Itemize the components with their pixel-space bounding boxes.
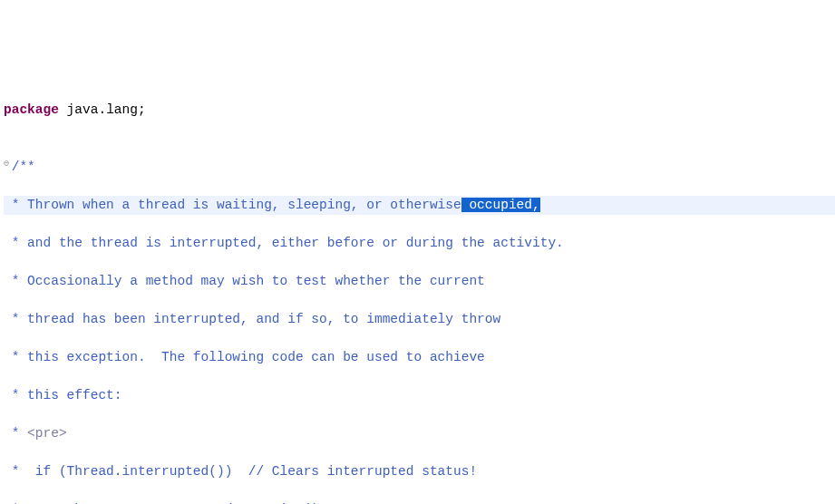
javadoc-text: * Thrown when a thread is waiting, sleep… <box>4 198 461 212</box>
keyword-package: package <box>4 102 59 117</box>
code-line: * if (Thread.interrupted()) // Clears in… <box>4 462 835 481</box>
code-line: package java.lang; <box>4 101 835 120</box>
code-line-highlighted: * Thrown when a thread is waiting, sleep… <box>4 196 835 215</box>
code-editor[interactable]: package java.lang; ⊖ /** * Thrown when a… <box>0 76 835 504</box>
code-line: * this exception. The following code can… <box>4 348 835 367</box>
javadoc-open: /** <box>12 160 35 174</box>
package-name: java.lang; <box>59 102 146 117</box>
code-line: * Occasionally a method may wish to test… <box>4 272 835 291</box>
code-line: * this effect: <box>4 386 835 405</box>
code-line: * throw new InterruptedException(); <box>4 500 835 504</box>
javadoc-text: * if (Thread.interrupted()) // Clears in… <box>4 464 477 479</box>
code-line: * <pre> <box>4 424 835 443</box>
javadoc-text: * and the thread is interrupted, either … <box>4 236 564 250</box>
javadoc-text: * this exception. The following code can… <box>4 350 485 364</box>
javadoc-text: * thread has been interrupted, and if so… <box>4 312 500 326</box>
html-tag: <pre> <box>27 426 67 441</box>
text-selection: occupied, <box>461 198 540 212</box>
javadoc-text: * <box>4 426 27 441</box>
code-line: * and the thread is interrupted, either … <box>4 234 835 253</box>
fold-icon[interactable]: ⊖ <box>4 158 9 171</box>
javadoc-text: * this effect: <box>4 388 122 402</box>
javadoc-text: * Occasionally a method may wish to test… <box>4 274 485 288</box>
code-line: * thread has been interrupted, and if so… <box>4 310 835 329</box>
code-line: ⊖ /** <box>4 158 835 177</box>
